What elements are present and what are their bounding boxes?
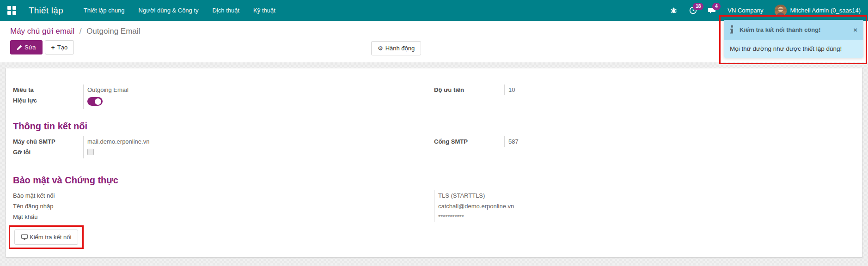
top-menu: Thiết lập chung Người dùng & Công ty Dịc… bbox=[84, 5, 275, 16]
action-button-label: Hành động bbox=[385, 45, 415, 52]
smtp-port-label: Cổng SMTP bbox=[434, 136, 504, 147]
notification-header: Kiểm tra kết nối thành công! × bbox=[724, 20, 863, 40]
pencil-icon bbox=[17, 45, 22, 50]
username-label: Tên đăng nhập bbox=[13, 201, 434, 212]
connection-security-label: Bảo mật kết nối bbox=[13, 190, 434, 201]
section-security-auth: Bảo mật và Chứng thực bbox=[13, 175, 855, 186]
username-value: catchall@demo.erponline.vn bbox=[434, 201, 855, 212]
breadcrumb-separator: / bbox=[79, 27, 82, 36]
smtp-host-value: mail.demo.erponline.vn bbox=[83, 136, 434, 147]
monitor-icon bbox=[21, 234, 28, 240]
user-name: Mitchell Admin (0_saas14) bbox=[790, 7, 861, 14]
menu-technical[interactable]: Kỹ thuật bbox=[253, 5, 275, 16]
message-count-badge: 4 bbox=[712, 3, 721, 10]
group-priority: Độ ưu tiên 10 bbox=[434, 85, 855, 109]
plus-icon: + bbox=[51, 44, 55, 51]
notification-toast: Kiểm tra kết nối thành công! × Mọi thứ d… bbox=[724, 20, 863, 58]
notification-message: Mọi thứ dường như được thiết lập đúng! bbox=[724, 40, 863, 58]
test-connection-button[interactable]: Kiểm tra kết nối bbox=[14, 230, 78, 245]
form-sheet: Miêu tả Outgoing Email Hiệu lực Độ ưu ti… bbox=[6, 68, 862, 258]
action-menu-button[interactable]: ⚙ Hành động bbox=[371, 41, 421, 55]
app-title: Thiết lập bbox=[29, 6, 63, 16]
company-switcher[interactable]: VN Company bbox=[727, 7, 763, 14]
active-toggle[interactable] bbox=[87, 97, 103, 106]
password-value: *********** bbox=[434, 212, 855, 222]
priority-value: 10 bbox=[504, 85, 855, 95]
debug-checkbox[interactable] bbox=[87, 149, 94, 155]
create-button[interactable]: + Tạo bbox=[45, 40, 74, 54]
smtp-port-value: 587 bbox=[504, 136, 855, 147]
systray: 18 4 VN Company Mitchell Admin (0_saas14… bbox=[669, 5, 861, 17]
menu-users-companies[interactable]: Người dùng & Công ty bbox=[139, 5, 199, 16]
menu-translations[interactable]: Dịch thuật bbox=[213, 5, 240, 16]
content-area: Miêu tả Outgoing Email Hiệu lực Độ ưu ti… bbox=[0, 62, 868, 266]
breadcrumb-parent-link[interactable]: Máy chủ gửi email bbox=[10, 27, 74, 36]
annotation-box-toast: Kiểm tra kết nối thành công! × Mọi thứ d… bbox=[719, 15, 867, 64]
debug-value-cell bbox=[83, 147, 434, 158]
edit-button-label: Sửa bbox=[24, 44, 36, 51]
menu-general-settings[interactable]: Thiết lập chung bbox=[84, 5, 125, 16]
messages-chat-icon[interactable]: 4 bbox=[708, 6, 716, 15]
apps-grid-icon[interactable] bbox=[7, 6, 17, 15]
connection-security-value: TLS (STARTTLS) bbox=[434, 190, 855, 201]
info-icon bbox=[730, 25, 734, 35]
debug-label: Gỡ lỗi bbox=[13, 147, 83, 158]
user-menu[interactable]: Mitchell Admin (0_saas14) bbox=[775, 5, 861, 17]
notification-title: Kiểm tra kết nối thành công! bbox=[740, 26, 821, 33]
group-smtp-host: Máy chủ SMTP mail.demo.erponline.vn Gỡ l… bbox=[13, 136, 434, 158]
annotation-box-test-button: Kiểm tra kết nối bbox=[9, 225, 84, 249]
gear-icon: ⚙ bbox=[378, 45, 383, 51]
activities-clock-icon[interactable]: 18 bbox=[689, 6, 697, 15]
smtp-host-label: Máy chủ SMTP bbox=[13, 136, 83, 147]
active-value-cell bbox=[83, 95, 434, 109]
avatar bbox=[775, 5, 787, 17]
group-smtp-port: Cổng SMTP 587 bbox=[434, 136, 855, 158]
password-label: Mật khẩu bbox=[13, 212, 434, 222]
close-icon[interactable]: × bbox=[853, 26, 857, 33]
group-description: Miêu tả Outgoing Email Hiệu lực bbox=[13, 85, 434, 109]
section-connection-info: Thông tin kết nối bbox=[13, 121, 855, 132]
activity-count-badge: 18 bbox=[693, 3, 703, 10]
edit-button[interactable]: Sửa bbox=[10, 40, 43, 54]
breadcrumb-current: Outgoing Email bbox=[86, 27, 140, 36]
group-security: Bảo mật kết nối TLS (STARTTLS) Tên đăng … bbox=[13, 190, 855, 222]
priority-label: Độ ưu tiên bbox=[434, 85, 504, 95]
create-button-label: Tạo bbox=[57, 44, 67, 51]
bug-icon[interactable] bbox=[669, 6, 678, 15]
description-label: Miêu tả bbox=[13, 85, 83, 95]
test-connection-label: Kiểm tra kết nối bbox=[30, 234, 71, 241]
description-value: Outgoing Email bbox=[83, 85, 434, 95]
active-label: Hiệu lực bbox=[13, 95, 83, 109]
